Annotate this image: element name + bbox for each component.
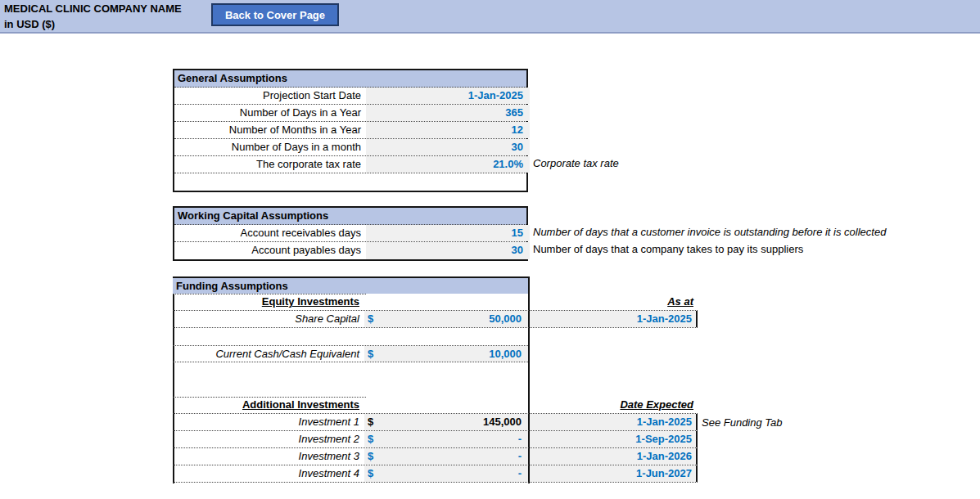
investment-4-cell[interactable]: $ - xyxy=(364,465,528,482)
cell-value: - xyxy=(518,465,522,482)
share-capital-cell[interactable]: $ 50,000 xyxy=(364,311,528,327)
investment-2-cell[interactable]: $ - xyxy=(364,431,528,447)
working-capital-section: Working Capital Assumptions Account rece… xyxy=(173,206,980,261)
currency-symbol: $ xyxy=(368,414,373,430)
assumption-row: Account payables days 30 xyxy=(174,242,526,259)
row-label: Share Capital xyxy=(173,311,364,327)
investment-4-date-cell[interactable]: 1-Jun-2027 xyxy=(530,465,698,482)
cell-value: - xyxy=(518,448,522,465)
assumption-row: Number of Days in a Year 365 xyxy=(174,105,526,122)
investment-row: Investment 2 $ - 1-Sep-2025 xyxy=(173,431,698,448)
row-label: Account payables days xyxy=(174,242,366,259)
row-label: Current Cash/Cash Equivalent xyxy=(173,346,364,362)
currency-symbol: $ xyxy=(368,448,373,465)
funding-assumptions-section: Funding Assumptions Equity Investments A… xyxy=(173,276,828,483)
share-capital-row: Share Capital $ 50,000 1-Jan-2025 xyxy=(173,311,698,328)
date-expected-label: Date Expected xyxy=(530,397,698,413)
funding-tab-note: See Funding Tab xyxy=(702,414,783,431)
company-title: MEDICAL CLINIC COMPANY NAME xyxy=(4,2,182,15)
back-to-cover-button[interactable]: Back to Cover Page xyxy=(211,3,339,26)
assumption-row: Number of Days in a month 30 xyxy=(174,139,526,156)
receivables-days-cell[interactable]: 15 xyxy=(366,225,530,241)
current-cash-row: Current Cash/Cash Equivalent $ 10,000 xyxy=(173,345,528,362)
investment-3-cell[interactable]: $ - xyxy=(364,448,528,465)
working-capital-header: Working Capital Assumptions xyxy=(174,208,526,225)
spacer xyxy=(364,294,528,310)
assumption-row: The corporate tax rate 21.0% xyxy=(174,156,526,173)
investment-2-date-cell[interactable]: 1-Sep-2025 xyxy=(530,431,698,447)
row-label: Number of Days in a Year xyxy=(174,105,366,121)
investment-3-date-cell[interactable]: 1-Jan-2026 xyxy=(530,448,698,465)
investment-row: Investment 3 $ - 1-Jan-2026 xyxy=(173,448,698,465)
row-label: Number of Months in a Year xyxy=(174,122,366,138)
row-label: Account receivables days xyxy=(174,225,366,241)
row-label: Investment 2 xyxy=(173,431,364,447)
funding-assumptions-header: Funding Assumptions xyxy=(173,276,528,294)
investment-1-cell[interactable]: $ 145,000 xyxy=(364,414,528,430)
row-label: The corporate tax rate xyxy=(174,156,366,173)
assumption-row: Projection Start Date 1-Jan-2025 xyxy=(174,88,526,105)
as-at-label: As at xyxy=(530,294,698,310)
corporate-tax-rate-cell[interactable]: 21.0% xyxy=(366,156,530,173)
cell-value: - xyxy=(518,431,522,447)
assumptions-sheet: MEDICAL CLINIC COMPANY NAME in USD ($) B… xyxy=(0,0,980,499)
cell-value: 50,000 xyxy=(489,311,522,327)
row-label: Investment 1 xyxy=(173,414,364,430)
payables-days-cell[interactable]: 30 xyxy=(366,242,530,259)
equity-investments-label: Equity Investments xyxy=(173,294,364,310)
general-assumptions-header: General Assumptions xyxy=(174,70,526,88)
days-in-month-cell[interactable]: 30 xyxy=(366,139,530,155)
share-capital-date-cell[interactable]: 1-Jan-2025 xyxy=(530,311,698,327)
projection-start-date-cell[interactable]: 1-Jan-2025 xyxy=(366,88,530,104)
general-assumptions-section: General Assumptions Projection Start Dat… xyxy=(173,69,980,192)
investment-row: Investment 4 $ - 1-Jun-2027 xyxy=(173,465,698,483)
assumption-row: Account receivables days 15 xyxy=(174,225,526,242)
row-label: Number of Days in a month xyxy=(174,139,366,155)
currency-symbol: $ xyxy=(368,465,373,482)
empty-row xyxy=(174,173,526,191)
general-assumptions-table: General Assumptions Projection Start Dat… xyxy=(173,69,528,192)
additional-investments-label: Additional Investments xyxy=(173,397,364,413)
currency-symbol: $ xyxy=(368,311,373,327)
tax-rate-note: Corporate tax rate xyxy=(533,155,619,172)
investment-1-date-cell[interactable]: 1-Jan-2025 xyxy=(530,414,698,430)
currency-symbol: $ xyxy=(368,431,373,447)
cell-value: 145,000 xyxy=(483,414,522,430)
cell-value: 10,000 xyxy=(489,346,522,362)
additional-header-row: Additional Investments Date Expected xyxy=(173,397,698,414)
payables-note: Number of days that a company takes to p… xyxy=(533,241,803,258)
receivables-note: Number of days that a customer invoice i… xyxy=(533,223,886,241)
row-label: Projection Start Date xyxy=(174,88,366,104)
months-in-year-cell[interactable]: 12 xyxy=(366,122,530,138)
currency-symbol: $ xyxy=(368,346,373,362)
title-bar: MEDICAL CLINIC COMPANY NAME in USD ($) B… xyxy=(0,0,980,34)
working-capital-table: Working Capital Assumptions Account rece… xyxy=(173,206,528,261)
days-in-year-cell[interactable]: 365 xyxy=(366,105,530,121)
currency-subtitle: in USD ($) xyxy=(4,18,55,30)
current-cash-cell[interactable]: $ 10,000 xyxy=(364,346,528,362)
spacer xyxy=(364,397,528,413)
row-label: Investment 4 xyxy=(173,465,364,482)
assumption-row: Number of Months in a Year 12 xyxy=(174,122,526,139)
equity-header-row: Equity Investments As at xyxy=(173,294,698,311)
investment-row: Investment 1 $ 145,000 1-Jan-2025 xyxy=(173,414,698,431)
row-label: Investment 3 xyxy=(173,448,364,465)
